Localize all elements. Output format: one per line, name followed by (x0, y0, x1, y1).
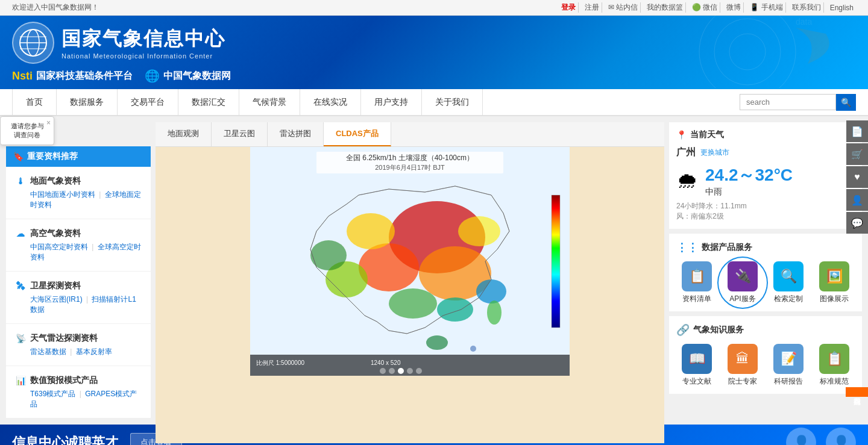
svg-point-20 (437, 297, 473, 322)
nav-support[interactable]: 用户支持 (361, 89, 422, 116)
location-icon: 📍 (676, 130, 687, 140)
sidebar-item-radar: 📡 天气雷达探测资料 雷达基数据 | 基本反射率 (6, 324, 151, 366)
link-radar-reflect[interactable]: 基本反射率 (76, 347, 112, 356)
svg-point-21 (476, 279, 506, 303)
knowledge-item-report[interactable]: 📝 科研报告 (768, 344, 809, 387)
svg-text:2019年6月4日17时 BJT: 2019年6月4日17时 BJT (375, 164, 445, 171)
radar-icon: 📡 (14, 332, 27, 344)
upperair-icon: ☁ (14, 228, 27, 240)
weather-desc: 中雨 (705, 187, 793, 198)
float-favorite-btn[interactable]: ♥ (846, 166, 868, 188)
nav-trade[interactable]: 交易平台 (118, 89, 178, 116)
expert-icon: 🏛 (728, 344, 758, 374)
report-label: 科研报告 (774, 376, 803, 387)
data-services-title: ⋮⋮ 数据产品服务 (676, 241, 855, 254)
bottom-banner-text: 信息中心诚聘英才 (12, 434, 118, 445)
svg-rect-26 (552, 195, 560, 328)
float-document-btn[interactable]: 📄 (846, 120, 868, 142)
tab-radar-mosaic[interactable]: 雷达拼图 (268, 122, 324, 146)
logo-cn-text: 国家气象信息中心 (61, 26, 225, 52)
survey-close[interactable]: × (46, 119, 51, 127)
nav-search: 🔍 (740, 94, 856, 111)
link-satellite-cloud[interactable]: 大海区云图(IR1) (30, 295, 83, 303)
contact-link[interactable]: 联系我们 (790, 2, 824, 13)
sidebar-item-nwp: 📊 数值预报模式产品 T639模式产品 | GRAPES模式产品 (6, 366, 151, 419)
sidebar-item-satellite-title[interactable]: 🛰 卫星探测资料 (14, 280, 142, 292)
inbox-link[interactable]: ✉ 站内信 (606, 2, 641, 13)
weather-details: 24小时降水：11.1mm 风：南偏东2级 (676, 201, 855, 222)
svg-text:比例尺 1:5000000: 比例尺 1:5000000 (256, 359, 304, 366)
search-button[interactable]: 🔍 (836, 94, 856, 111)
float-user-btn[interactable]: 👤 (846, 189, 868, 211)
nav-climate[interactable]: 气候背景 (239, 89, 300, 116)
nsti-item[interactable]: Nsti 国家科技基础条件平台 (12, 70, 133, 82)
standard-icon: 📋 (819, 344, 849, 374)
english-link[interactable]: English (828, 4, 856, 12)
svg-point-32 (398, 368, 404, 374)
nav-realtime[interactable]: 在线实况 (300, 89, 361, 116)
weather-temp: 24.2～32°C (705, 164, 793, 187)
search-custom-label: 检索定制 (774, 294, 803, 304)
sidebar-item-satellite-links: 大海区云图(IR1) | 扫描辐射计L1数据 (14, 294, 142, 320)
link-china-surface[interactable]: 中国地面逐小时资料 (30, 190, 95, 199)
tab-cldas[interactable]: CLDAS产品 (324, 122, 391, 146)
link-t639[interactable]: T639模式产品 (30, 390, 75, 398)
sidebar-item-upperair-title[interactable]: ☁ 高空气象资料 (14, 228, 142, 240)
service-grid: 📋 资料清单 🔌 API服务 🔍 检索定制 🖼️ 图像展示 (676, 261, 855, 304)
service-item-search[interactable]: 🔍 检索定制 (768, 261, 809, 304)
nav-exchange[interactable]: 数据汇交 (178, 89, 239, 116)
wechat-link[interactable]: 🟢 微信 (690, 2, 720, 13)
cmdc-item[interactable]: 🌐 中国气象数据网 (145, 69, 231, 83)
weather-city-change[interactable]: 更换城市 (700, 148, 729, 158)
tab-satellite-cloud[interactable]: 卫星云图 (212, 122, 268, 146)
weather-title: 当前天气 (690, 129, 724, 140)
svg-text:1240 x 520: 1240 x 520 (371, 359, 401, 366)
knowledge-item-literature[interactable]: 📖 专业文献 (676, 344, 717, 387)
sidebar-item-radar-title[interactable]: 📡 天气雷达探测资料 (14, 332, 142, 344)
weather-condition-icon: 🌧 (676, 168, 698, 193)
header-decoration: data (567, 16, 868, 89)
service-item-catalog[interactable]: 📋 资料清单 (676, 261, 717, 304)
svg-point-30 (380, 368, 386, 374)
register-link[interactable]: 注册 (582, 2, 602, 13)
weather-wind: 风：南偏东2级 (676, 211, 855, 222)
basket-link[interactable]: 我的数据篮 (644, 2, 686, 13)
search-input[interactable] (740, 94, 836, 110)
float-buttons: 📄 🛒 ♥ 👤 💬 (846, 120, 868, 234)
sidebar-header-icon: 🔖 (13, 152, 24, 161)
sidebar-item-nwp-title[interactable]: 📊 数值预报模式产品 (14, 375, 142, 387)
knowledge-grid: 📖 专业文献 🏛 院士专家 📝 科研报告 📋 标准规范 (676, 344, 855, 387)
service-item-api[interactable]: 🔌 API服务 (722, 261, 763, 304)
header-sub: Nsti 国家科技基础条件平台 🌐 中国气象数据网 (12, 69, 231, 83)
mobile-link[interactable]: 📱 手机端 (747, 2, 785, 13)
sidebar-item-upperair-links: 中国高空定时资料 | 全球高空定时资料 (14, 242, 142, 267)
sidebar-item-surface-links: 中国地面逐小时资料 | 全球地面定时资料 (14, 190, 142, 215)
login-link[interactable]: 登录 (559, 2, 579, 13)
svg-point-7 (729, 34, 766, 70)
knowledge-item-expert[interactable]: 🏛 院士专家 (722, 344, 763, 387)
float-cart-btn[interactable]: 🛒 (846, 143, 868, 165)
knowledge-services-icon: 🔗 (676, 323, 690, 337)
banner-avatar-1: 👤 (786, 428, 816, 445)
literature-label: 专业文献 (682, 376, 711, 387)
link-radar-base[interactable]: 雷达基数据 (30, 347, 66, 356)
data-services-panel: ⋮⋮ 数据产品服务 📋 资料清单 🔌 API服务 🔍 检索定制 🖼️ (669, 234, 862, 311)
chat-button[interactable]: 有问题点我 (846, 387, 868, 397)
nav-about[interactable]: 关于我们 (422, 89, 483, 116)
catalog-icon: 📋 (682, 261, 712, 291)
sidebar-item-radar-links: 雷达基数据 | 基本反射率 (14, 347, 142, 362)
svg-point-6 (714, 19, 781, 85)
nav-home[interactable]: 首页 (12, 89, 57, 116)
knowledge-item-standard[interactable]: 📋 标准规范 (814, 344, 855, 387)
weibo-link[interactable]: 微博 (724, 2, 744, 13)
nav-data-service[interactable]: 数据服务 (57, 89, 118, 116)
service-item-image[interactable]: 🖼️ 图像展示 (814, 261, 855, 304)
top-bar: 欢迎进入中国气象数据网！ 登录 注册 ✉ 站内信 我的数据篮 🟢 微信 微博 📱… (0, 0, 868, 16)
logo-globe-icon (12, 22, 54, 64)
link-china-upper[interactable]: 中国高空定时资料 (30, 243, 88, 251)
nwp-icon: 📊 (14, 375, 27, 387)
float-chat-btn[interactable]: 💬 (846, 212, 868, 234)
svg-point-16 (347, 213, 395, 249)
sidebar-item-surface-title[interactable]: 🌡 地面气象资料 (14, 175, 142, 187)
tab-surface-obs[interactable]: 地面观测 (156, 122, 212, 146)
